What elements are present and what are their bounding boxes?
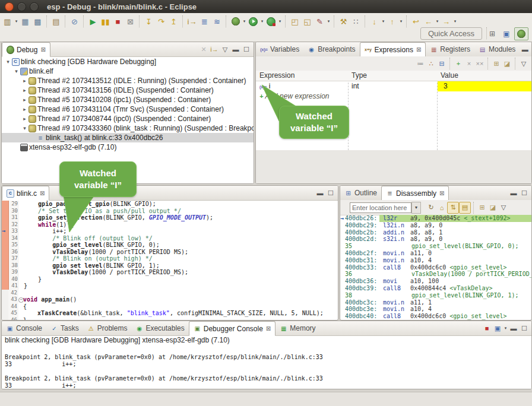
disassembly-row[interactable]: →400dbc26:l32ra9, 0x400d045c <_stext+109… [340,215,531,222]
fold-ruler-cell[interactable] [18,310,23,317]
collapse-all-icon[interactable]: ⊟ [436,58,447,69]
column-value[interactable]: Value [441,71,458,80]
fold-ruler-cell[interactable] [19,242,24,249]
add-new-expression-icon[interactable]: + [453,58,464,69]
console-tab-memory[interactable]: ▦Memory [276,321,319,335]
annotation-ruler-cell[interactable] [2,310,8,317]
forward-dropdown-icon[interactable]: ▾ [452,19,458,24]
maximize-icon[interactable]: ☐ [241,44,252,55]
title-bar[interactable]: esp - Debug - blink/main/blink.c - Eclip… [0,0,532,13]
debug-tree-row[interactable]: ▸Thread #3 1073413156 (IDLE) (Suspended … [2,85,254,95]
minimize-icon[interactable]: ▬ [508,188,519,198]
skip-all-breakpoints-icon[interactable]: ⊘ [68,15,81,28]
location-combo-input[interactable]: Enter location here [350,202,411,213]
annotation-ruler-cell[interactable] [2,255,9,262]
previous-annotation-dropdown-icon[interactable]: ▾ [398,19,404,24]
column-type[interactable]: Type [352,71,367,80]
step-return-icon[interactable]: ↥ [167,15,180,28]
maximize-icon[interactable]: ☐ [325,188,336,198]
expander-icon[interactable]: ▸ [21,106,28,112]
annotation-ruler-cell[interactable] [2,296,8,303]
disassembly-row[interactable]: 400dbc3c:movi.na11, 1 [340,299,531,306]
minimize-icon[interactable]: ▬ [520,44,530,55]
maximize-icon[interactable]: ☐ [519,323,530,334]
fold-ruler-cell[interactable] [18,303,23,310]
code-text[interactable]: } [24,283,338,290]
run-as-icon[interactable] [247,15,259,28]
annotation-ruler-cell[interactable] [2,214,9,221]
pin-view-icon[interactable]: ◪ [502,58,512,69]
code-text[interactable]: i++; [24,228,338,235]
home-icon[interactable]: ⌂ [436,202,447,213]
disassembly-row[interactable]: 400dbc36:movia10, 100 [340,278,531,285]
step-over-icon[interactable]: ↷ [155,15,167,28]
toggle-mark-occurrences-dropdown-icon[interactable]: ▾ [326,19,331,24]
code-text[interactable]: } [24,276,338,283]
console-tab-debugger-console[interactable]: ▣Debugger Console⊠ [189,321,276,336]
disassembly-row[interactable]: 400dbc33:call80x400dc6c0 <gpio_set_level… [340,264,531,271]
show-source-toggle-icon[interactable]: ▤ [459,202,471,214]
build-icon[interactable]: ▤ [50,15,62,28]
code-line[interactable]: 45 xTaskCreate(&blink_task, "blink_task"… [2,310,338,317]
expr-tab-variables[interactable]: (x)=Variables [256,42,303,56]
code-line[interactable]: 36 vTaskDelay(1000 / portTICK_PERIOD_MS)… [2,249,338,256]
fold-ruler-cell[interactable] [18,317,23,321]
code-text[interactable]: vTaskDelay(1000 / portTICK_PERIOD_MS); [24,269,338,276]
column-expression[interactable]: Expression [259,71,294,80]
view-menu-icon[interactable]: ▽ [220,44,230,55]
quick-access-button[interactable]: Quick Access [420,27,482,40]
show-debug-sources-icon[interactable]: ≣ [198,15,211,28]
external-tools-dropdown-icon[interactable]: ▾ [277,19,283,24]
fold-ruler-cell[interactable] [19,262,24,269]
disassembly-row[interactable]: 400dbc2f:movi.na11, 0 [340,250,531,257]
tab-close-icon[interactable]: ⊠ [40,190,45,196]
toggle-mark-occurrences-icon[interactable]: ✎ [314,15,326,28]
save-all-icon[interactable]: ▩ [31,15,44,28]
fold-ruler-cell[interactable] [19,221,24,229]
annotation-ruler-cell[interactable] [2,249,9,256]
expander-icon[interactable]: ▸ [21,116,28,122]
format-icon[interactable]: ⚒ [337,15,350,28]
fold-ruler-cell[interactable] [19,235,24,242]
add-expression-row[interactable]: +Add new expression [256,91,531,102]
new-expressions-view-icon[interactable]: ⊞ [491,58,502,69]
show-logical-structure-icon[interactable]: ∴ [426,58,436,69]
annotation-ruler-cell[interactable]: → [2,228,9,235]
sync-pc-toggle-icon[interactable]: ⇅ [447,202,459,214]
run-as-dropdown-icon[interactable]: ▾ [259,19,265,24]
disasm-tab-outline[interactable]: ⊞Outline [340,186,381,200]
code-line[interactable]: 34 /* Blink off (output low) */ [2,235,338,242]
code-line[interactable]: 29 gpio_pad_select_gpio(BLINK_GPIO); [2,201,338,208]
display-selected-console-dropdown-icon[interactable]: ▾ [503,326,508,331]
console-tab-problems[interactable]: ⚠Problems [83,321,132,335]
forward-icon[interactable]: → [440,15,452,28]
code-line[interactable]: 30 /* Set the GPIO as a push/pull output… [2,208,338,215]
expr-tab-modules[interactable]: ▤Modules [474,42,520,56]
console-tab-console[interactable]: ▣Console [2,321,46,335]
code-text[interactable]: xTaskCreate(&blink_task, "blink_task", c… [23,310,338,317]
annotation-ruler-cell[interactable] [2,283,9,290]
minimize-icon[interactable]: ▬ [508,323,519,334]
window-close-button[interactable] [5,2,14,11]
code-line[interactable]: 46} [2,317,338,321]
code-text[interactable]: /* Set the GPIO as a push/pull output */ [24,208,338,215]
code-line[interactable]: 43−void app_main() [2,296,338,303]
pin-view-icon[interactable]: ◪ [487,202,498,213]
disassembly-row[interactable]: 35gpio_set_level(BLINK_GPIO, 0); [340,243,531,250]
save-icon[interactable]: ▦ [19,15,31,28]
annotation-ruler-cell[interactable] [2,290,8,297]
annotation-ruler-cell[interactable] [2,269,9,276]
remove-console-icon[interactable]: ■ [482,323,492,334]
fold-ruler-cell[interactable] [19,208,24,215]
debug-tree-row[interactable]: ▾Thread #9 1073433360 (blink_task : Runn… [2,123,254,133]
annotation-ruler-cell[interactable] [2,303,8,310]
code-line[interactable]: 44{ [2,303,338,310]
disassembly-row[interactable]: 400dbc39:call80x400844c4 <vTaskDelay> [340,285,531,292]
code-text[interactable]: gpio_set_level(BLINK_GPIO, 1); [24,262,338,269]
suspend-icon[interactable]: ▮▮ [99,15,112,28]
debug-tree-row[interactable]: ▸Thread #7 1073408744 (ipc0) (Suspended … [2,114,254,123]
console-tab-executables[interactable]: ◉Executables [131,321,188,335]
new-dropdown-icon[interactable]: ▾ [14,19,19,24]
debug-tab-debug[interactable]: Debug⊠ [2,42,50,57]
code-line[interactable]: 37 /* Blink on (output high) */ [2,255,338,262]
